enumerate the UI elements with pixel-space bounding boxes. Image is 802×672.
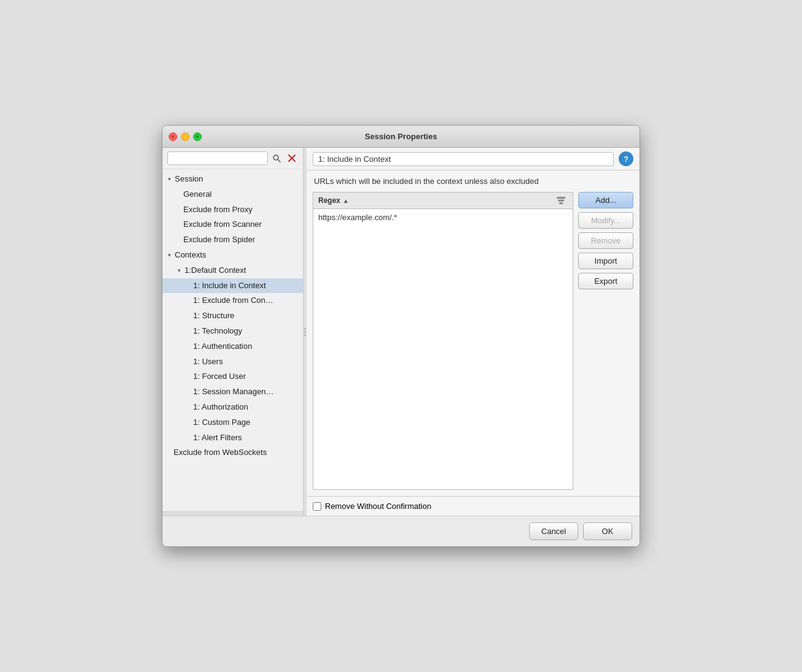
svg-point-0 [273,155,278,160]
export-button[interactable]: Export [578,273,633,289]
sidebar-item-label: Exclude from Scanner [183,218,262,231]
remove-button[interactable]: Remove [578,232,633,249]
help-icon[interactable]: ? [619,151,633,166]
ok-button[interactable]: OK [583,522,632,540]
table-header: Regex ▲ [313,193,573,209]
panel-header: 1: Include in Context ? [307,148,640,170]
sidebar-item-authorization[interactable]: 1: Authorization [162,400,303,415]
sidebar-item-label: 1: Technology [193,325,242,338]
sidebar-scrollbar[interactable] [162,511,303,516]
sidebar-item-session-management[interactable]: 1: Session Managen… [162,384,303,400]
sidebar-item-exclude-scanner[interactable]: Exclude from Scanner [162,217,303,232]
clear-search-icon[interactable] [286,151,299,165]
session-properties-window: × + Session Properties [162,125,640,547]
add-button[interactable]: Add... [578,192,633,208]
sidebar-item-label: Exclude from Proxy [183,204,253,216]
search-icon[interactable] [270,151,283,165]
right-panel: 1: Include in Context ? URLs which will … [307,148,640,516]
sidebar-item-label: 1: Forced User [193,370,246,383]
window-controls: × + [169,132,202,141]
sidebar-item-alert-filters[interactable]: 1: Alert Filters [162,430,303,446]
modify-button[interactable]: Modify... [578,212,633,229]
sidebar-item-include-context[interactable]: 1: Include in Context [162,278,303,294]
close-button[interactable]: × [169,132,177,141]
remove-confirmation-checkbox[interactable] [313,502,321,511]
table-row[interactable]: https://example.com/.* [313,210,573,224]
action-buttons: Add... Modify... Remove Import Export [578,192,633,490]
sidebar-item-label: 1: Users [193,356,223,368]
sidebar-item-contexts[interactable]: ▾Contexts [162,248,303,263]
sidebar-item-label: Exclude from WebSockets [174,446,267,459]
panel-description: URLs which will be included in the conte… [307,170,640,192]
sidebar-item-users[interactable]: 1: Users [162,354,303,370]
sidebar-item-session[interactable]: ▾Session [162,172,303,187]
panel-title: 1: Include in Context [313,152,614,166]
sidebar-item-label: 1: Session Managen… [193,386,274,399]
title-bar: × + Session Properties [162,126,640,148]
sidebar-item-label: 1: Exclude from Con… [193,294,273,307]
remove-confirmation-label: Remove Without Confirmation [325,502,431,511]
sidebar-item-label: 1: Alert Filters [193,432,242,445]
sidebar-item-label: 1: Authentication [193,340,252,353]
sidebar-item-label: 1: Include in Context [193,280,266,292]
sidebar-item-custom-page[interactable]: 1: Custom Page [162,415,303,430]
panel-footer: Remove Without Confirmation [307,496,640,516]
sidebar-item-label: Exclude from Spider [183,234,255,246]
svg-rect-5 [558,200,564,202]
sidebar: ▾SessionGeneralExclude from ProxyExclude… [162,148,304,516]
sidebar-item-label: Session [175,173,203,186]
sidebar-item-label: 1: Custom Page [193,416,250,429]
sidebar-item-structure[interactable]: 1: Structure [162,308,303,324]
search-input[interactable] [167,151,268,165]
sidebar-item-label: 1: Structure [193,310,234,323]
toggle-icon: ▾ [165,175,174,183]
sidebar-item-general[interactable]: General [162,187,303,202]
search-bar [162,148,303,169]
window-title: Session Properties [365,132,437,141]
sidebar-item-exclude-websockets[interactable]: Exclude from WebSockets [162,445,303,460]
minimize-button[interactable] [181,132,189,141]
toggle-icon: ▾ [165,251,174,259]
sidebar-item-exclude-proxy[interactable]: Exclude from Proxy [162,202,303,218]
column-header: Regex ▲ [318,196,554,205]
table-body: https://example.com/.* [313,209,573,489]
sidebar-tree: ▾SessionGeneralExclude from ProxyExclude… [162,169,303,511]
maximize-button[interactable]: + [193,132,202,141]
sidebar-item-technology[interactable]: 1: Technology [162,324,303,339]
svg-line-1 [278,160,281,162]
svg-rect-6 [559,202,563,204]
remove-confirmation-row: Remove Without Confirmation [313,502,633,511]
cancel-button[interactable]: Cancel [529,522,578,540]
toggle-icon: ▾ [175,266,183,275]
regex-table: Regex ▲ https://example.com/.* [313,192,573,490]
sidebar-item-label: General [183,188,212,201]
sidebar-item-exclude-spider[interactable]: Exclude from Spider [162,232,303,248]
sidebar-item-exclude-context[interactable]: 1: Exclude from Con… [162,293,303,308]
svg-rect-4 [557,197,565,199]
bottom-buttons: Cancel OK [162,516,640,546]
sidebar-item-forced-user[interactable]: 1: Forced User [162,369,303,384]
sort-icon: ▲ [343,197,349,204]
sidebar-item-label: Contexts [175,249,206,262]
sidebar-item-label: 1:Default Context [185,264,246,277]
sidebar-item-default-context[interactable]: ▾1:Default Context [162,263,303,278]
sidebar-item-authentication[interactable]: 1: Authentication [162,339,303,354]
filter-icon[interactable] [554,195,568,206]
sidebar-item-label: 1: Authorization [193,401,248,414]
import-button[interactable]: Import [578,253,633,269]
main-content: ▾SessionGeneralExclude from ProxyExclude… [162,148,640,516]
panel-body: Regex ▲ https://example.com/.* [307,192,640,496]
